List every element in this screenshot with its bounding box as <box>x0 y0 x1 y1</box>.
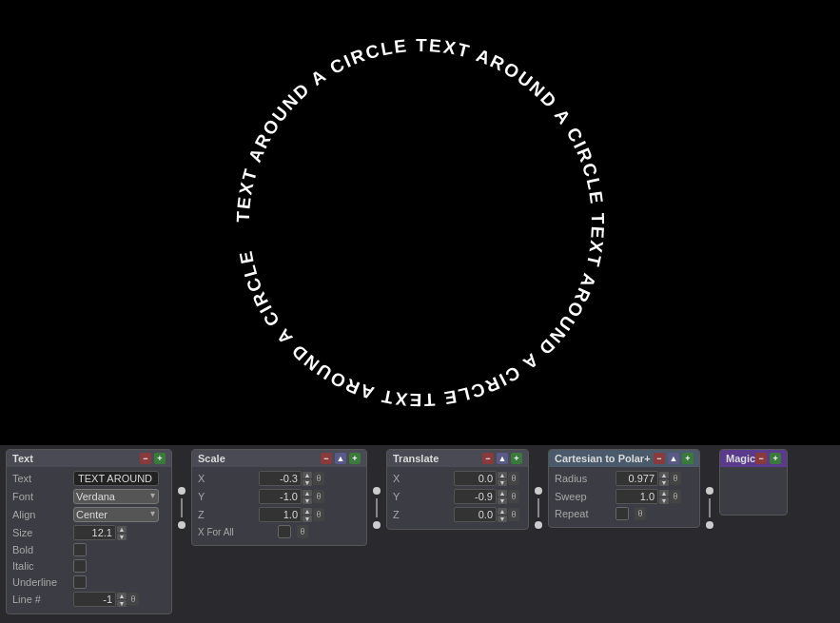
size-down[interactable]: ▼ <box>117 534 127 540</box>
repeat-checkbox[interactable] <box>615 507 629 520</box>
dot-2 <box>178 521 186 529</box>
text-node-title: Text <box>12 453 33 464</box>
translate-minus[interactable]: − <box>482 453 494 464</box>
bold-checkbox[interactable] <box>73 543 87 556</box>
repeat-theta[interactable]: θ <box>635 507 646 520</box>
connector-3 <box>535 487 542 529</box>
translate-node-title: Translate <box>393 453 439 464</box>
translate-x-input[interactable] <box>454 471 497 486</box>
font-select[interactable]: Verdana <box>73 489 159 504</box>
magic-node-body <box>720 467 787 515</box>
size-input[interactable] <box>73 525 116 540</box>
linenum-theta[interactable]: θ <box>127 593 139 606</box>
size-row: Size ▲ ▼ <box>12 525 166 540</box>
scale-node-title: Scale <box>198 453 225 464</box>
radius-input[interactable] <box>615 471 658 486</box>
translate-y-label: Y <box>393 491 450 502</box>
scale-z-input[interactable] <box>259 507 302 522</box>
connector-1 <box>178 487 186 529</box>
tz-down[interactable]: ▼ <box>498 516 507 522</box>
scale-y-input[interactable] <box>259 489 302 504</box>
scale-xall-row: X For All θ <box>198 525 361 538</box>
translate-y-input[interactable] <box>454 489 497 504</box>
line-2 <box>376 498 378 517</box>
translate-node-header: Translate − ▲ + <box>387 450 528 467</box>
scale-z-up[interactable]: ▲ <box>303 508 312 515</box>
cartesian-plus[interactable]: + <box>682 453 693 464</box>
scale-plus[interactable]: + <box>349 453 361 464</box>
scale-y-up[interactable]: ▲ <box>303 490 312 496</box>
scale-x-up[interactable]: ▲ <box>303 472 312 478</box>
cartesian-minus[interactable]: − <box>654 453 665 464</box>
cartesian-node-header: Cartesian to Polar+ − ▲ + <box>549 450 699 467</box>
italic-checkbox[interactable] <box>73 559 87 573</box>
radius-up[interactable]: ▲ <box>659 472 669 478</box>
linenum-spinner: ▲ ▼ θ <box>73 592 139 607</box>
scale-z-theta[interactable]: θ <box>313 508 324 521</box>
translate-z-row: Z ▲ ▼ θ <box>393 507 522 522</box>
text-input[interactable] <box>73 471 159 486</box>
font-select-wrapper: Verdana <box>73 489 159 504</box>
linenum-up[interactable]: ▲ <box>117 593 127 599</box>
sweep-down[interactable]: ▼ <box>659 497 669 504</box>
translate-z-input[interactable] <box>454 507 497 522</box>
radius-label: Radius <box>555 473 612 484</box>
scale-x-theta[interactable]: θ <box>313 472 324 485</box>
scale-y-row: Y ▲ ▼ θ <box>198 489 361 504</box>
sweep-up[interactable]: ▲ <box>659 490 669 496</box>
size-up[interactable]: ▲ <box>117 526 127 533</box>
font-row: Font Verdana <box>12 489 166 504</box>
scale-x-input[interactable] <box>259 471 302 486</box>
dot-4 <box>373 521 381 529</box>
text-node-minus[interactable]: − <box>140 453 151 464</box>
magic-minus[interactable]: − <box>755 453 767 464</box>
tx-theta[interactable]: θ <box>508 472 519 485</box>
radius-row: Radius ▲ ▼ θ <box>555 471 693 486</box>
sweep-row: Sweep ▲ ▼ θ <box>555 489 693 504</box>
ty-down[interactable]: ▼ <box>498 497 507 504</box>
tz-theta[interactable]: θ <box>508 508 519 521</box>
align-select[interactable]: Center <box>73 507 159 522</box>
magic-node-title: Magic <box>726 453 755 464</box>
scale-xall-checkbox[interactable] <box>278 525 291 538</box>
ty-up[interactable]: ▲ <box>498 490 507 496</box>
magic-node: Magic − + <box>719 449 788 516</box>
tx-up[interactable]: ▲ <box>498 472 507 478</box>
translate-z-label: Z <box>393 509 450 520</box>
linenum-input[interactable] <box>73 592 116 607</box>
bold-row: Bold <box>12 543 166 556</box>
translate-up-btn[interactable]: ▲ <box>497 453 508 464</box>
cartesian-up-btn[interactable]: ▲ <box>668 453 679 464</box>
scale-y-down[interactable]: ▼ <box>303 497 312 504</box>
scale-z-down[interactable]: ▼ <box>303 516 312 522</box>
scale-xall-theta[interactable]: θ <box>297 525 308 538</box>
underline-checkbox[interactable] <box>73 575 87 589</box>
sweep-theta[interactable]: θ <box>670 490 681 503</box>
radius-theta[interactable]: θ <box>670 472 681 485</box>
scale-minus[interactable]: − <box>321 453 332 464</box>
align-select-wrapper: Center <box>73 507 159 522</box>
translate-plus[interactable]: + <box>511 453 522 464</box>
bottom-panel: Text − + Text Font Verdana Align <box>0 445 840 623</box>
scale-y-label: Y <box>198 491 255 502</box>
text-node: Text − + Text Font Verdana Align <box>6 449 172 614</box>
align-row: Align Center <box>12 507 166 522</box>
scale-up-btn[interactable]: ▲ <box>335 453 346 464</box>
text-node-header: Text − + <box>7 450 171 467</box>
size-label: Size <box>12 527 69 538</box>
tz-up[interactable]: ▲ <box>498 508 507 515</box>
tx-down[interactable]: ▼ <box>498 479 507 486</box>
linenum-down[interactable]: ▼ <box>117 600 127 607</box>
line-1 <box>181 498 183 517</box>
line-4 <box>709 498 711 517</box>
sweep-input[interactable] <box>615 489 658 504</box>
linenum-label: Line # <box>12 594 69 605</box>
cartesian-node-body: Radius ▲ ▼ θ Sweep ▲ ▼ <box>549 467 699 527</box>
text-node-plus[interactable]: + <box>154 453 166 464</box>
scale-x-down[interactable]: ▼ <box>303 479 312 486</box>
scale-y-theta[interactable]: θ <box>313 490 324 503</box>
ty-theta[interactable]: θ <box>508 490 519 503</box>
magic-plus[interactable]: + <box>770 453 781 464</box>
dot-3 <box>373 487 381 495</box>
radius-down[interactable]: ▼ <box>659 479 669 486</box>
